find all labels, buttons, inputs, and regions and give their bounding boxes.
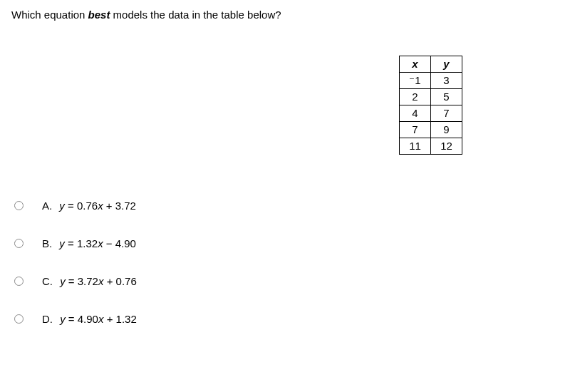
equation: y = 1.32x − 4.90 [59,237,136,249]
option-label: C. y = 3.72x + 0.76 [42,275,137,287]
question-prefix: Which equation [11,9,88,21]
radio-icon[interactable] [14,239,24,248]
option-label: D. y = 4.90x + 1.32 [42,313,137,325]
cell-y: 12 [431,138,462,155]
data-table: x y ⁻1 3 2 5 4 7 7 9 11 12 [399,56,462,155]
header-x: x [400,56,431,73]
option-label: B. y = 1.32x − 4.90 [42,237,136,249]
option-label: A. y = 0.76x + 3.72 [42,200,136,212]
option-b[interactable]: B. y = 1.32x − 4.90 [14,237,137,249]
equation: y = 3.72x + 0.76 [60,275,137,287]
equation: y = 4.90x + 1.32 [60,313,137,325]
cell-y: 9 [431,122,462,138]
cell-y: 3 [431,73,462,89]
table-row: 7 9 [400,122,462,138]
equation: y = 0.76x + 3.72 [59,200,136,212]
cell-y: 7 [431,105,462,122]
cell-x: 4 [400,105,431,122]
question-suffix: models the data in the table below? [110,9,281,21]
option-d[interactable]: D. y = 4.90x + 1.32 [14,313,137,325]
radio-icon[interactable] [14,277,24,286]
option-letter: C. [42,275,53,287]
option-letter: D. [42,313,53,325]
cell-y: 5 [431,89,462,105]
header-y: y [431,56,462,73]
cell-x: ⁻1 [400,73,431,89]
radio-icon[interactable] [14,314,24,324]
option-a[interactable]: A. y = 0.76x + 3.72 [14,200,137,212]
table-row: 4 7 [400,105,462,122]
data-table-wrap: x y ⁻1 3 2 5 4 7 7 9 11 12 [399,56,462,155]
table-row: ⁻1 3 [400,73,462,89]
cell-x: 2 [400,89,431,105]
option-letter: B. [42,237,52,249]
question-emph: best [88,9,110,21]
radio-icon[interactable] [14,201,24,210]
table-row: 11 12 [400,138,462,155]
option-c[interactable]: C. y = 3.72x + 0.76 [14,275,137,287]
table-header-row: x y [400,56,462,73]
question-text: Which equation best models the data in t… [11,9,559,21]
cell-x: 7 [400,122,431,138]
options-group: A. y = 0.76x + 3.72 B. y = 1.32x − 4.90 … [14,200,137,351]
cell-x: 11 [400,138,431,155]
option-letter: A. [42,200,52,212]
table-row: 2 5 [400,89,462,105]
